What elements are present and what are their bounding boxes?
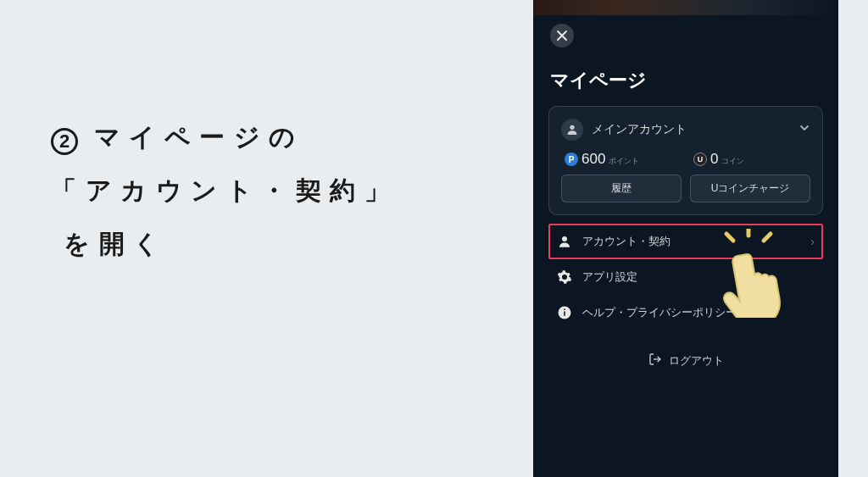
phone-screen: マイページ メインアカウント P 600 ポイント 履歴 U	[533, 0, 838, 477]
logout-label: ログアウト	[669, 353, 724, 369]
page-title: マイページ	[550, 68, 647, 93]
instruction-line1: マイページの	[94, 123, 304, 151]
balance-row: P 600 ポイント 履歴 U 0 コイン Uコインチャージ	[561, 151, 810, 202]
menu-item-app-settings[interactable]: アプリ設定	[548, 259, 823, 295]
instruction-line2: 「アカウント・契約」	[51, 164, 398, 217]
history-button[interactable]: 履歴	[561, 175, 682, 202]
logout-button[interactable]: ログアウト	[548, 342, 823, 379]
person-icon	[557, 234, 572, 249]
info-icon	[557, 305, 572, 320]
menu-label: アカウント・契約	[582, 234, 800, 249]
close-icon	[556, 30, 568, 42]
points-number: 600	[581, 151, 605, 168]
account-name-label: メインアカウント	[592, 122, 790, 137]
menu-list: アカウント・契約 › アプリ設定 ヘルプ・プライバシーポリシー	[548, 224, 823, 330]
menu-item-help-privacy[interactable]: ヘルプ・プライバシーポリシー	[548, 295, 823, 330]
coins-number: 0	[710, 151, 718, 168]
logout-icon	[648, 352, 662, 369]
menu-label: アプリ設定	[582, 269, 815, 285]
account-selector[interactable]: メインアカウント	[561, 119, 810, 151]
points-unit: ポイント	[609, 156, 639, 167]
points-value: P 600 ポイント	[561, 151, 682, 168]
chevron-down-icon	[798, 122, 810, 137]
phone-header-bar	[533, 0, 838, 15]
close-button[interactable]	[550, 24, 574, 47]
svg-rect-5	[564, 312, 565, 316]
coins-value: U 0 コイン	[690, 151, 810, 168]
svg-rect-6	[564, 309, 565, 311]
coins-badge-icon: U	[693, 153, 707, 166]
gear-icon	[557, 269, 572, 285]
charge-button[interactable]: Uコインチャージ	[690, 175, 810, 202]
svg-point-3	[562, 236, 567, 241]
chevron-right-icon: ›	[810, 235, 815, 248]
step-badge-icon: 2	[51, 128, 78, 155]
menu-label: ヘルプ・プライバシーポリシー	[582, 305, 815, 320]
menu-item-account-contract[interactable]: アカウント・契約 ›	[548, 224, 823, 259]
instruction-line3: を開く	[51, 217, 398, 270]
points-column: P 600 ポイント 履歴	[561, 151, 682, 202]
avatar-icon	[561, 119, 583, 141]
account-card: メインアカウント P 600 ポイント 履歴 U 0 コイン Uコ	[548, 106, 823, 215]
instruction-text: 2 マイページの 「アカウント・契約」 を開く	[51, 110, 398, 270]
coins-column: U 0 コイン Uコインチャージ	[690, 151, 810, 202]
points-badge-icon: P	[565, 153, 578, 166]
coins-unit: コイン	[721, 156, 744, 167]
svg-point-2	[570, 125, 574, 130]
